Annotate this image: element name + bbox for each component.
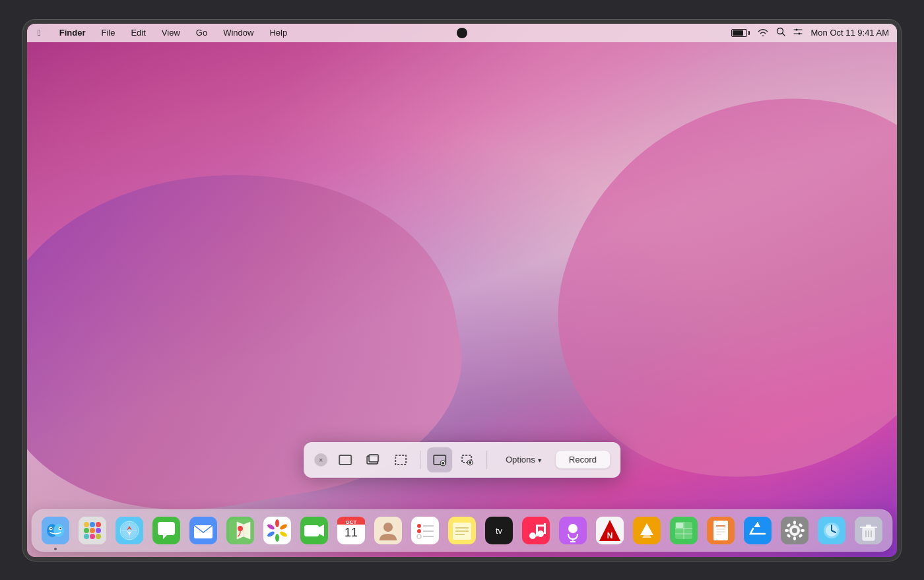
svg-rect-114 — [793, 521, 796, 525]
dock-item-appletv[interactable]: tv — [482, 513, 516, 548]
dock-item-pages[interactable] — [704, 513, 738, 548]
svg-text:tv: tv — [496, 526, 503, 536]
screenshot-toolbar: × — [304, 442, 620, 478]
dock-item-maps[interactable] — [223, 513, 257, 548]
dock-item-notes[interactable] — [445, 513, 479, 548]
toolbar-separator-1 — [420, 451, 420, 469]
screenshot-window-button[interactable] — [360, 447, 385, 472]
svg-rect-104 — [713, 521, 728, 540]
svg-point-82 — [537, 531, 544, 537]
svg-point-67 — [417, 524, 421, 528]
menu-finder[interactable]: Finder — [57, 26, 88, 39]
svg-rect-85 — [536, 525, 546, 527]
svg-point-27 — [90, 522, 95, 527]
svg-point-31 — [96, 528, 101, 533]
control-center-icon[interactable] — [793, 27, 803, 38]
svg-point-23 — [50, 527, 51, 529]
camera-notch — [457, 28, 467, 38]
svg-point-29 — [84, 528, 89, 533]
screenshot-fullscreen-button[interactable] — [333, 447, 358, 472]
svg-point-28 — [96, 522, 101, 527]
dock-item-calendar[interactable]: OCT 11 — [334, 513, 368, 548]
dock-item-numbers[interactable] — [667, 513, 701, 548]
dock-item-podcasts[interactable] — [556, 513, 590, 548]
close-button[interactable]: × — [314, 453, 327, 467]
spotlight-search-icon[interactable] — [776, 27, 785, 38]
svg-rect-109 — [744, 517, 772, 544]
svg-rect-117 — [801, 529, 805, 532]
record-button[interactable]: Record — [556, 451, 610, 468]
options-chevron-icon: ▾ — [538, 457, 541, 464]
dock-item-screentime[interactable] — [814, 513, 849, 548]
dock-item-messages[interactable] — [149, 513, 183, 548]
desktop-screen:  Finder File Edit View Go Window Help — [27, 24, 897, 557]
svg-point-26 — [84, 522, 89, 527]
dock-item-photos[interactable] — [260, 513, 294, 548]
svg-point-49 — [274, 527, 280, 534]
svg-point-14 — [442, 462, 444, 465]
svg-point-32 — [84, 534, 89, 539]
svg-point-17 — [469, 461, 471, 464]
svg-rect-130 — [866, 525, 871, 527]
dock-item-contacts[interactable] — [371, 513, 405, 548]
menu-edit[interactable]: Edit — [128, 26, 148, 39]
svg-point-30 — [90, 528, 95, 533]
dock-item-facetime[interactable] — [297, 513, 331, 548]
dock-item-news[interactable]: N — [593, 513, 627, 548]
svg-point-69 — [417, 529, 421, 533]
screenshot-selection-button[interactable] — [388, 447, 413, 472]
menubar-left:  Finder File Edit View Go Window Help — [35, 26, 731, 39]
dock: OCT 11 — [32, 509, 892, 552]
svg-point-87 — [568, 524, 578, 533]
svg-rect-8 — [339, 455, 351, 465]
svg-point-20 — [53, 524, 64, 537]
toolbar-separator-2 — [486, 451, 487, 469]
menu-view[interactable]: View — [159, 26, 183, 39]
svg-point-24 — [59, 527, 61, 529]
battery-icon — [731, 29, 750, 37]
dock-item-launchpad[interactable] — [75, 513, 110, 548]
svg-point-65 — [383, 523, 393, 532]
svg-point-53 — [275, 534, 279, 542]
record-selection-button[interactable] — [455, 447, 480, 472]
dock-item-transmit[interactable] — [630, 513, 664, 548]
svg-line-1 — [783, 34, 785, 36]
svg-point-81 — [529, 532, 536, 539]
options-button[interactable]: Options ▾ — [496, 451, 550, 468]
svg-point-33 — [90, 534, 95, 539]
menu-file[interactable]: File — [98, 26, 117, 39]
dock-running-dot — [54, 548, 57, 550]
svg-rect-115 — [793, 536, 796, 540]
dock-item-trash[interactable] — [851, 513, 886, 548]
svg-point-34 — [96, 534, 101, 539]
apple-menu[interactable]:  — [35, 26, 44, 39]
svg-text:N: N — [607, 531, 613, 540]
menubar-right: Mon Oct 11 9:41 AM — [731, 27, 889, 38]
svg-text:OCT: OCT — [346, 519, 357, 525]
svg-rect-116 — [785, 529, 789, 532]
dock-item-reminders[interactable] — [408, 513, 442, 548]
wifi-icon — [758, 28, 768, 38]
dock-item-finder[interactable] — [38, 513, 73, 548]
svg-rect-102 — [676, 523, 683, 528]
dock-item-mail[interactable] — [186, 513, 220, 548]
svg-rect-10 — [369, 455, 378, 462]
svg-point-50 — [275, 519, 279, 527]
menu-go[interactable]: Go — [193, 26, 210, 39]
dock-item-safari[interactable] — [112, 513, 147, 548]
mac-frame:  Finder File Edit View Go Window Help — [23, 20, 901, 561]
dock-item-appstore[interactable] — [741, 513, 775, 548]
dock-item-system-preferences[interactable] — [777, 513, 812, 548]
dock-item-music[interactable] — [519, 513, 553, 548]
svg-rect-57 — [304, 525, 319, 536]
menu-help[interactable]: Help — [267, 26, 290, 39]
svg-text:11: 11 — [345, 526, 358, 539]
record-fullscreen-button[interactable] — [427, 447, 452, 472]
menu-window[interactable]: Window — [220, 26, 256, 39]
svg-point-113 — [792, 528, 797, 533]
clock: Mon Oct 11 9:41 AM — [810, 28, 889, 38]
svg-rect-11 — [395, 455, 406, 465]
